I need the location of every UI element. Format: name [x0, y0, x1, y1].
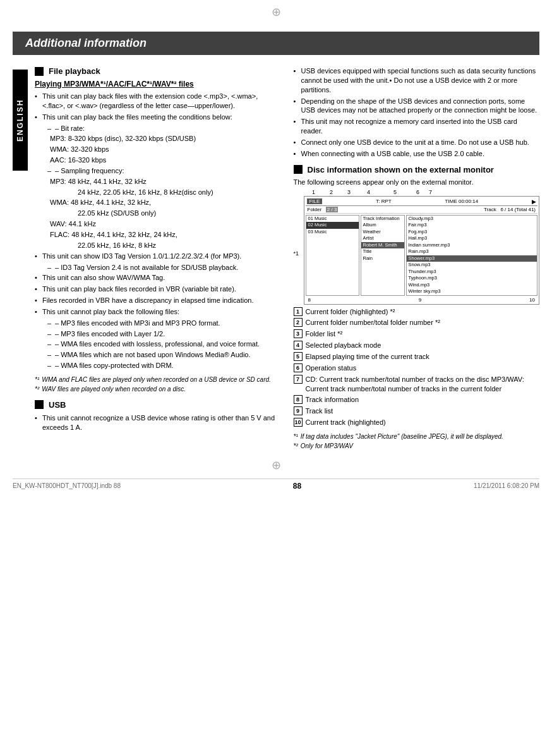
footnote-text-1: WMA and FLAC files are played only when …	[42, 375, 271, 384]
fs-middle-item-3: Artist	[361, 235, 404, 242]
mp3-sampling: MP3: 48 kHz, 44.1 kHz, 32 kHz	[42, 177, 281, 186]
fs-right-item-5: Rain.mp3	[407, 248, 537, 255]
fs-right-item-8: Thunder.mp3	[407, 269, 537, 276]
list-item: Depending on the shape of the USB device…	[294, 97, 540, 116]
file-playback-bullets: This unit can play back files with the e…	[35, 92, 281, 122]
crosshair-center: ⊕	[0, 458, 552, 472]
legend-text-3: Folder list *²	[306, 329, 343, 339]
legend-4: 4 Selected playback mode	[294, 341, 540, 350]
num-bottom-9: 9	[419, 297, 421, 303]
fs-left-item-0: 01 Music	[306, 216, 359, 223]
list-item: Files recorded in VBR have a discrepancy…	[35, 296, 281, 305]
screen-numbers-top: 1 2 3 4 5 6 7	[305, 189, 540, 195]
fs-left-item-1: 02 Music	[306, 222, 359, 229]
left-column: File playback Playing MP3/WMA*¹/AAC/FLAC…	[35, 61, 281, 452]
fs-right-item-4: Indian summer.mp3	[407, 242, 537, 249]
legend-num-5: 5	[294, 352, 303, 361]
header-title: Additional information	[25, 37, 147, 49]
list-item: This unit may not recognize a memory car…	[294, 117, 540, 136]
legend-9: 9 Track list	[294, 406, 540, 416]
star1-label: *1	[294, 250, 299, 257]
fs-middle-item-1: Album	[361, 222, 404, 229]
legend-num-6: 6	[294, 363, 303, 372]
footer-left: EN_KW-NT800HDT_NT700[J].indb 88	[13, 482, 121, 489]
mp3-sampling2: 24 kHz, 22.05 kHz, 16 kHz, 8 kHz(disc on…	[42, 188, 281, 197]
screen-diagram-wrapper: *1 FILE T: RPT TIME 00:00:14 ▶ Folder 2 …	[304, 196, 540, 305]
flac-sampling: FLAC: 48 kHz, 44.1 kHz, 32 kHz, 24 kHz,	[42, 230, 281, 240]
play-icon: ▶	[532, 198, 536, 205]
folder-label: Folder 2 / 3	[308, 207, 339, 212]
footnote-text-2: WAV files are played only when recorded …	[42, 385, 186, 394]
right-footnote-1: *¹ If tag data includes "Jacket Picture"…	[294, 432, 540, 441]
fs-left-item-2: 03 Music	[306, 229, 359, 236]
disc-info-intro: The following screens appear only on the…	[294, 178, 540, 186]
file-screen: FILE T: RPT TIME 00:00:14 ▶ Folder 2 / 3…	[304, 196, 540, 305]
legend-8: 8 Track information	[294, 395, 540, 405]
section-icon-file	[35, 67, 44, 76]
file-playback-title: File playback	[49, 66, 100, 76]
legend-num-9: 9	[294, 406, 303, 415]
fs-right-item-6: Shower.mp3	[407, 255, 537, 262]
legend-num-10: 10	[294, 418, 303, 427]
fs-trpt: T: RPT	[376, 198, 391, 204]
cannot-play-0: – MP3 files encoded with MP3i and MP3 PR…	[42, 319, 281, 328]
cannot-play-4: – WMA files copy-protected with DRM.	[42, 361, 281, 370]
list-item: This unit can play back the files meetin…	[35, 113, 281, 122]
wma-bitrate: WMA: 32-320 kbps	[42, 145, 281, 154]
list-item: This unit can play back files with the e…	[35, 92, 281, 111]
fs-middle-panel: Track Information Album Weather Artist R…	[361, 215, 405, 296]
file-playback-header: File playback	[35, 66, 281, 76]
legend-text-7: CD: Current track number/total number of…	[306, 375, 540, 394]
conditions-block: – Bit rate: MP3: 8-320 kbps (disc), 32-3…	[35, 124, 281, 250]
cannot-play-block: – MP3 files encoded with MP3i and MP3 PR…	[35, 319, 281, 370]
footnote-1: *¹ WMA and FLAC files are played only wh…	[35, 375, 281, 384]
legend-text-10: Current track (highlighted)	[306, 418, 386, 427]
list-item: This unit can show ID3 Tag Version 1.0/1…	[35, 252, 281, 261]
wma-sampling: WMA: 48 kHz, 44.1 kHz, 32 kHz,	[42, 198, 281, 207]
fs-right-item-3: Hail.mp3	[407, 235, 537, 242]
flac-sampling2: 22.05 kHz, 16 kHz, 8 kHz	[42, 241, 281, 250]
fs-right-item-2: Fog.mp3	[407, 229, 537, 236]
num-top-4: 4	[358, 189, 380, 195]
num-top-5: 5	[380, 189, 411, 195]
wma-sampling2: 22.05 kHz (SD/USB only)	[42, 209, 281, 218]
page-crosshair-top: ⊕	[0, 5, 552, 19]
legend-5: 5 Elapsed playing time of the current tr…	[294, 352, 540, 362]
legend-1: 1 Current folder (highlighted) *²	[294, 307, 540, 317]
right-footnotes: *¹ If tag data includes "Jacket Picture"…	[294, 432, 540, 451]
section-icon-disc	[294, 165, 303, 174]
legend-10: 10 Current track (highlighted)	[294, 418, 540, 427]
num-bottom-10: 10	[529, 297, 535, 303]
cannot-play-1: – MP3 files encoded with Layer 1/2.	[42, 329, 281, 339]
fs-middle-item-5: Title	[361, 248, 404, 255]
fs-right-item-10: Wind.mp3	[407, 282, 537, 289]
fs-right-item-0: Cloudy.mp3	[407, 216, 537, 223]
list-item: This unit can also show WAV/WMA Tag.	[35, 273, 281, 283]
legend-num-7: 7	[294, 375, 303, 384]
disc-info-header: Disc information shown on the external m…	[294, 165, 540, 174]
fs-right-panel: Cloudy.mp3 Fair.mp3 Fog.mp3 Hail.mp3 Ind…	[406, 215, 538, 296]
playing-files-subtitle: Playing MP3/WMA*¹/AAC/FLAC*¹/WAV*² files	[35, 80, 281, 88]
footnote-ref-1: *¹	[35, 375, 39, 384]
right-footnote-2: *² Only for MP3/WAV	[294, 442, 540, 451]
fs-file-btn: FILE	[307, 198, 323, 204]
legend-text-8: Track information	[306, 395, 359, 405]
fs-bottom-nums: 8 9 10	[306, 297, 538, 303]
num-top-2: 2	[323, 189, 340, 195]
num-top-6: 6	[411, 189, 425, 195]
fs-left-panel: 01 Music 02 Music 03 Music	[306, 215, 359, 296]
legend-6: 6 Operation status	[294, 363, 540, 373]
num-bottom-8: 8	[308, 297, 311, 303]
fs-right-item-7: Snow.mp3	[407, 262, 537, 269]
num-top-7: 7	[425, 189, 436, 195]
list-item: When connecting with a USB cable, use th…	[294, 149, 540, 159]
page-number: 88	[293, 482, 301, 491]
num-top-1: 1	[305, 189, 323, 195]
right-footnote-ref-2: *²	[294, 442, 298, 451]
fs-middle-item-0: Track Information	[361, 216, 404, 223]
legend-text-9: Track list	[306, 406, 333, 416]
legend-text-5: Elapsed playing time of the current trac…	[306, 352, 429, 362]
right-footnote-text-1: If tag data includes "Jacket Picture" (b…	[301, 432, 503, 441]
legend-7: 7 CD: Current track number/total number …	[294, 375, 540, 394]
legend-text-4: Selected playback mode	[306, 341, 381, 350]
